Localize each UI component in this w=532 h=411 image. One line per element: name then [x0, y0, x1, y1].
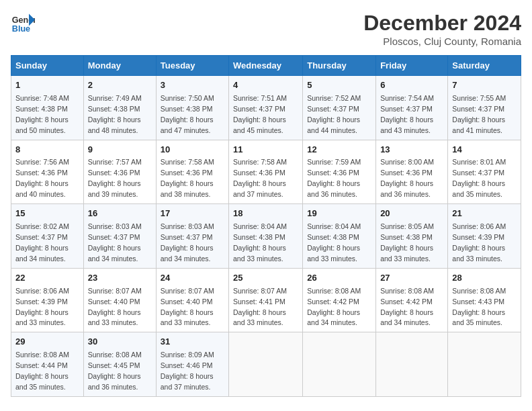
day-number: 31 [161, 336, 224, 349]
day-number: 7 [452, 79, 517, 92]
day-detail: Sunrise: 7:56 AMSunset: 4:36 PMDaylight:… [15, 158, 69, 198]
day-cell: 31Sunrise: 8:09 AMSunset: 4:46 PMDayligh… [156, 332, 228, 397]
day-cell: 15Sunrise: 8:02 AMSunset: 4:37 PMDayligh… [11, 204, 84, 269]
logo-icon: General Blue [11, 11, 35, 35]
day-detail: Sunrise: 7:49 AMSunset: 4:38 PMDaylight:… [88, 94, 142, 134]
calendar-week-1: 1Sunrise: 7:48 AMSunset: 4:38 PMDaylight… [11, 76, 521, 140]
day-cell: 3Sunrise: 7:50 AMSunset: 4:38 PMDaylight… [156, 76, 228, 140]
day-cell: 28Sunrise: 8:08 AMSunset: 4:43 PMDayligh… [448, 268, 521, 332]
day-number: 25 [233, 272, 298, 285]
day-detail: Sunrise: 7:48 AMSunset: 4:38 PMDaylight:… [15, 94, 69, 134]
day-cell [448, 332, 521, 397]
day-detail: Sunrise: 7:54 AMSunset: 4:37 PMDaylight:… [380, 94, 434, 134]
day-number: 9 [88, 144, 152, 156]
col-header-wednesday: Wednesday [229, 56, 303, 76]
day-detail: Sunrise: 8:09 AMSunset: 4:46 PMDaylight:… [161, 351, 214, 391]
day-cell: 13Sunrise: 8:00 AMSunset: 4:36 PMDayligh… [376, 140, 448, 204]
day-detail: Sunrise: 7:59 AMSunset: 4:36 PMDaylight:… [307, 158, 361, 198]
day-cell: 17Sunrise: 8:03 AMSunset: 4:37 PMDayligh… [156, 204, 228, 269]
day-number: 16 [88, 208, 152, 220]
title-area: December 2024 Ploscos, Cluj County, Roma… [363, 11, 521, 47]
day-detail: Sunrise: 8:07 AMSunset: 4:40 PMDaylight:… [88, 287, 142, 327]
day-detail: Sunrise: 8:08 AMSunset: 4:44 PMDaylight:… [15, 351, 69, 391]
day-number: 21 [452, 208, 517, 220]
day-number: 26 [307, 272, 371, 285]
day-detail: Sunrise: 7:50 AMSunset: 4:38 PMDaylight:… [161, 94, 214, 134]
day-number: 8 [15, 144, 79, 156]
day-cell: 26Sunrise: 8:08 AMSunset: 4:42 PMDayligh… [303, 268, 376, 332]
col-header-tuesday: Tuesday [156, 56, 228, 76]
day-cell: 22Sunrise: 8:06 AMSunset: 4:39 PMDayligh… [11, 268, 84, 332]
day-cell: 6Sunrise: 7:54 AMSunset: 4:37 PMDaylight… [376, 76, 448, 140]
col-header-monday: Monday [83, 56, 156, 76]
day-cell: 24Sunrise: 8:07 AMSunset: 4:40 PMDayligh… [156, 268, 228, 332]
day-cell: 4Sunrise: 7:51 AMSunset: 4:37 PMDaylight… [229, 76, 303, 140]
day-cell: 21Sunrise: 8:06 AMSunset: 4:39 PMDayligh… [448, 204, 521, 269]
day-detail: Sunrise: 8:07 AMSunset: 4:40 PMDaylight:… [161, 287, 214, 327]
day-number: 4 [233, 79, 298, 92]
day-detail: Sunrise: 8:06 AMSunset: 4:39 PMDaylight:… [452, 222, 506, 263]
day-number: 18 [233, 208, 298, 220]
day-cell: 20Sunrise: 8:05 AMSunset: 4:38 PMDayligh… [376, 204, 448, 269]
day-cell [229, 332, 303, 397]
calendar-table: SundayMondayTuesdayWednesdayThursdayFrid… [11, 55, 521, 397]
day-detail: Sunrise: 8:08 AMSunset: 4:43 PMDaylight:… [452, 287, 506, 327]
day-detail: Sunrise: 8:08 AMSunset: 4:42 PMDaylight:… [307, 287, 361, 327]
day-number: 12 [307, 144, 371, 156]
day-detail: Sunrise: 7:52 AMSunset: 4:37 PMDaylight:… [307, 94, 361, 134]
day-cell: 5Sunrise: 7:52 AMSunset: 4:37 PMDaylight… [303, 76, 376, 140]
day-number: 5 [307, 79, 371, 92]
day-detail: Sunrise: 8:05 AMSunset: 4:38 PMDaylight:… [380, 222, 434, 263]
day-detail: Sunrise: 7:58 AMSunset: 4:36 PMDaylight:… [233, 158, 287, 198]
day-number: 24 [161, 272, 224, 285]
day-detail: Sunrise: 8:06 AMSunset: 4:39 PMDaylight:… [15, 287, 69, 327]
day-detail: Sunrise: 8:08 AMSunset: 4:42 PMDaylight:… [380, 287, 434, 327]
day-number: 1 [15, 79, 79, 92]
calendar-week-5: 29Sunrise: 8:08 AMSunset: 4:44 PMDayligh… [11, 332, 521, 397]
svg-text:Blue: Blue [12, 24, 30, 34]
day-detail: Sunrise: 8:04 AMSunset: 4:38 PMDaylight:… [307, 222, 361, 263]
day-cell: 9Sunrise: 7:57 AMSunset: 4:36 PMDaylight… [83, 140, 156, 204]
day-cell: 1Sunrise: 7:48 AMSunset: 4:38 PMDaylight… [11, 76, 84, 140]
day-cell: 10Sunrise: 7:58 AMSunset: 4:36 PMDayligh… [156, 140, 228, 204]
day-cell: 30Sunrise: 8:08 AMSunset: 4:45 PMDayligh… [83, 332, 156, 397]
calendar-week-4: 22Sunrise: 8:06 AMSunset: 4:39 PMDayligh… [11, 268, 521, 332]
day-detail: Sunrise: 8:00 AMSunset: 4:36 PMDaylight:… [380, 158, 434, 198]
day-cell: 27Sunrise: 8:08 AMSunset: 4:42 PMDayligh… [376, 268, 448, 332]
location-subtitle: Ploscos, Cluj County, Romania [363, 36, 521, 47]
day-detail: Sunrise: 8:03 AMSunset: 4:37 PMDaylight:… [88, 222, 142, 263]
day-number: 20 [380, 208, 443, 220]
day-cell: 12Sunrise: 7:59 AMSunset: 4:36 PMDayligh… [303, 140, 376, 204]
day-cell [303, 332, 376, 397]
day-number: 23 [88, 272, 152, 285]
day-number: 15 [15, 208, 79, 220]
calendar-week-3: 15Sunrise: 8:02 AMSunset: 4:37 PMDayligh… [11, 204, 521, 269]
day-number: 28 [452, 272, 517, 285]
day-number: 22 [15, 272, 79, 285]
calendar-week-2: 8Sunrise: 7:56 AMSunset: 4:36 PMDaylight… [11, 140, 521, 204]
day-cell: 18Sunrise: 8:04 AMSunset: 4:38 PMDayligh… [229, 204, 303, 269]
day-cell: 2Sunrise: 7:49 AMSunset: 4:38 PMDaylight… [83, 76, 156, 140]
day-number: 10 [161, 144, 224, 156]
day-detail: Sunrise: 8:03 AMSunset: 4:37 PMDaylight:… [161, 222, 214, 263]
day-detail: Sunrise: 8:02 AMSunset: 4:37 PMDaylight:… [15, 222, 69, 263]
day-detail: Sunrise: 7:55 AMSunset: 4:37 PMDaylight:… [452, 94, 506, 134]
day-number: 6 [380, 79, 443, 92]
day-number: 2 [88, 79, 152, 92]
day-cell: 19Sunrise: 8:04 AMSunset: 4:38 PMDayligh… [303, 204, 376, 269]
day-detail: Sunrise: 8:01 AMSunset: 4:37 PMDaylight:… [452, 158, 506, 198]
day-cell: 7Sunrise: 7:55 AMSunset: 4:37 PMDaylight… [448, 76, 521, 140]
day-cell: 29Sunrise: 8:08 AMSunset: 4:44 PMDayligh… [11, 332, 84, 397]
day-number: 14 [452, 144, 517, 156]
col-header-friday: Friday [376, 56, 448, 76]
day-detail: Sunrise: 7:57 AMSunset: 4:36 PMDaylight:… [88, 158, 142, 198]
day-number: 11 [233, 144, 298, 156]
day-number: 3 [161, 79, 224, 92]
day-number: 29 [15, 336, 79, 349]
day-cell: 14Sunrise: 8:01 AMSunset: 4:37 PMDayligh… [448, 140, 521, 204]
day-cell: 11Sunrise: 7:58 AMSunset: 4:36 PMDayligh… [229, 140, 303, 204]
day-detail: Sunrise: 8:04 AMSunset: 4:38 PMDaylight:… [233, 222, 287, 263]
col-header-sunday: Sunday [11, 56, 84, 76]
col-header-thursday: Thursday [303, 56, 376, 76]
day-number: 19 [307, 208, 371, 220]
